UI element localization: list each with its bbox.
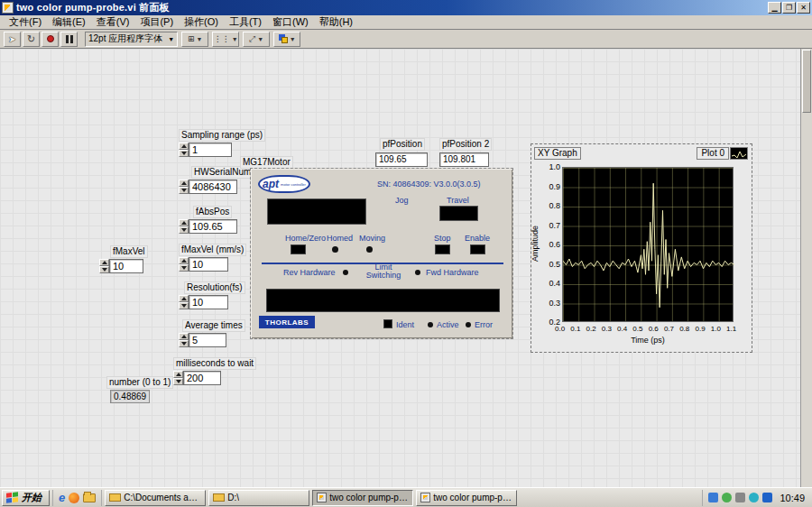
firefox-icon[interactable] [69,493,79,503]
menu-help[interactable]: 帮助(H) [314,14,358,30]
distribute-objects-dropdown[interactable]: ⋮⋮▼ [212,32,239,47]
y-tick-label: 0.6 [533,240,560,249]
antivirus-icon[interactable] [722,493,732,502]
increment-decrement[interactable] [99,259,109,273]
ident-checkbox[interactable] [383,319,392,328]
increment-button[interactable] [179,219,189,226]
messenger-icon[interactable] [749,493,759,502]
increment-decrement[interactable] [173,371,183,385]
home-zero-label: Home/Zero [285,234,326,243]
increment-decrement[interactable] [179,219,189,234]
abort-button[interactable] [42,32,59,47]
moving-label: Moving [359,234,385,243]
numeric-input[interactable]: 4086430 [189,180,237,194]
homed-led [332,246,338,253]
increment-button[interactable] [173,371,183,378]
taskbar-window-labview-1[interactable]: two color pump-prob... [312,490,413,506]
increment-button[interactable] [179,180,189,187]
start-button[interactable]: 开始 [2,490,50,506]
increment-decrement[interactable] [179,143,189,157]
decrement-button[interactable] [179,226,189,234]
numeric-input[interactable]: 1 [189,143,232,157]
plot-legend[interactable]: Plot 0 [697,147,748,160]
x-tick-label: 0.1 [570,325,580,333]
x-axis-label: Time (ps) [562,336,734,345]
volume-icon[interactable] [735,493,745,502]
mg17motor-activex-control[interactable]: apt motor controller SN: 40864309: V3.0.… [250,168,513,339]
font-selector[interactable]: 12pt 应用程序字体 ▼ [85,32,178,47]
stop-button[interactable] [435,244,450,254]
align-objects-dropdown[interactable]: ⊞▼ [181,32,208,47]
decrement-button[interactable] [179,264,189,272]
taskbar-window-explorer-d[interactable]: D:\ [208,490,309,506]
internet-explorer-icon[interactable]: e [59,492,65,503]
decrement-button[interactable] [179,302,189,309]
increment-button[interactable] [179,143,189,150]
decrement-button[interactable] [179,340,189,347]
maximize-button[interactable]: ❐ [782,2,796,14]
increment-button[interactable] [99,259,109,266]
menu-project[interactable]: 项目(P) [134,14,179,30]
menu-view[interactable]: 查看(V) [91,14,135,30]
plot-area[interactable] [562,167,734,322]
increment-button[interactable] [179,295,189,302]
folder-icon [213,493,225,502]
vi-icon [317,493,327,502]
increment-decrement[interactable] [179,333,189,347]
increment-decrement[interactable] [179,257,189,272]
xy-graph[interactable]: XY Graph Plot 0 Amplitude 1.00.90.80.70.… [531,143,752,353]
increment-decrement[interactable] [179,180,189,194]
start-button-label: 开始 [22,491,42,504]
numeric-input[interactable]: 10 [189,295,228,309]
minimize-button[interactable]: ▁ [768,2,781,14]
decrement-button[interactable] [179,150,189,157]
status-bar-display [266,289,500,312]
x-tick-label: 1.0 [711,325,721,333]
numeric-input[interactable]: 109.65 [189,219,237,234]
close-button[interactable]: ✕ [797,2,810,14]
enable-button[interactable] [470,244,485,254]
decrement-button[interactable] [179,187,189,194]
increment-decrement[interactable] [179,295,189,309]
scrollbar-thumb[interactable] [802,50,811,113]
vertical-scrollbar[interactable] [800,49,812,487]
plot-style-icon[interactable] [730,147,748,160]
menu-operate[interactable]: 操作(O) [179,14,224,30]
increment-button[interactable] [179,333,189,340]
control-label: fMaxVel (mm/s) [179,244,246,256]
menu-window[interactable]: 窗口(W) [267,14,314,30]
graph-label: XY Graph [534,147,581,160]
chevron-down-icon: ▼ [168,36,174,42]
menu-tools[interactable]: 工具(T) [224,14,267,30]
reorder-dropdown[interactable]: ▼ [273,32,300,47]
network-icon[interactable] [708,493,718,502]
taskbar-window-explorer-c[interactable]: C:\Documents and Se... [105,490,206,506]
chevron-down-icon: ▼ [196,36,202,42]
indicator-label: pfPosition 2 [439,138,492,151]
apt-brand-subtext: motor controller [281,182,306,187]
indicator-label: pfPosition [380,138,425,151]
vi-icon [420,493,430,502]
resize-objects-dropdown[interactable]: ⤢▼ [243,32,270,47]
numeric-input[interactable]: 10 [109,259,143,273]
menu-edit[interactable]: 编辑(E) [47,14,91,30]
ime-icon[interactable] [762,493,772,502]
increment-button[interactable] [179,257,189,264]
indicator-label: number (0 to 1) [106,376,173,389]
taskbar-window-labview-2[interactable]: two color pump-prob... [416,490,517,506]
chevron-down-icon: ▼ [232,36,238,42]
pause-button[interactable] [60,32,78,47]
run-continuous-button[interactable]: ↻ [23,32,40,47]
x-tick-label: 0.7 [664,325,674,333]
y-tick-label: 0.5 [533,260,560,269]
decrement-button[interactable] [99,266,109,273]
menu-file[interactable]: 文件(F) [4,14,47,30]
numeric-input[interactable]: 10 [189,257,228,272]
run-button[interactable]: ➤ [4,32,21,47]
decrement-button[interactable] [173,378,183,385]
numeric-input[interactable]: 200 [183,371,221,385]
numeric-input[interactable]: 5 [189,333,226,347]
folder-icon[interactable] [83,493,96,502]
home-zero-button[interactable] [291,244,306,254]
jog-label: Jog [395,196,409,205]
